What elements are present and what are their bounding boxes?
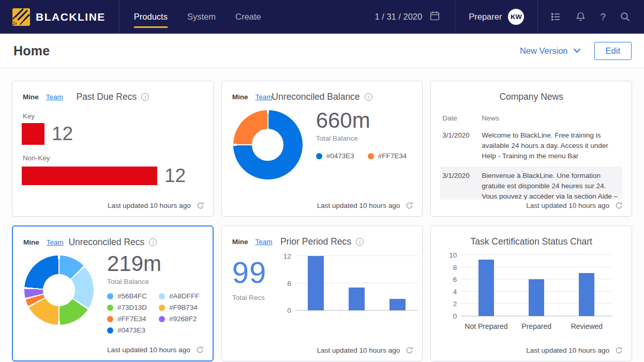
blackline-logo-icon xyxy=(12,8,30,26)
news-table-header: Date News xyxy=(440,111,622,127)
mine-team-toggle: Mine Team xyxy=(232,93,273,101)
bar xyxy=(308,256,324,310)
card-task-certification[interactable]: Task Certification Status Chart 1086420 … xyxy=(430,225,632,361)
brand-name: BLACKLINE xyxy=(36,11,106,23)
x-category-label: Not Prepared xyxy=(461,322,511,330)
card-company-news[interactable]: Company News Date News 3/1/2020 Welcome … xyxy=(430,81,632,217)
main-nav: Products System Create xyxy=(134,8,261,26)
info-icon[interactable]: i xyxy=(149,238,157,246)
team-toggle[interactable]: Team xyxy=(46,93,63,101)
mine-toggle[interactable]: Mine xyxy=(232,238,248,246)
refresh-icon[interactable] xyxy=(196,346,204,354)
nonkey-label: Non-Key xyxy=(23,154,204,162)
key-label: Key xyxy=(23,112,204,120)
legend-dot xyxy=(107,293,113,299)
col-news: News xyxy=(482,114,620,122)
info-icon[interactable]: i xyxy=(356,238,364,246)
key-bar xyxy=(22,123,44,145)
last-updated-text: Last updated 10 hours ago xyxy=(317,202,400,209)
legend-dot xyxy=(107,327,113,334)
card-header: Mine Team Unreconciled Recs i xyxy=(22,237,203,250)
mine-toggle[interactable]: Mine xyxy=(23,238,39,246)
page-title: Home xyxy=(13,43,50,58)
card-title: Past Due Recs xyxy=(76,92,137,102)
card-header: Company News xyxy=(440,92,622,105)
calendar-icon[interactable] xyxy=(429,10,440,23)
y-tick-label: 0 xyxy=(443,312,457,320)
period-date: 1 / 31 / 2020 xyxy=(375,12,422,22)
donut-legend: #0473E3#FF7E34 xyxy=(316,152,407,160)
team-toggle[interactable]: Team xyxy=(255,238,272,246)
card-header: Mine Team Past Due Recs i xyxy=(22,92,204,105)
legend-dot xyxy=(107,316,113,322)
y-tick-label: 12 xyxy=(278,252,291,260)
bars xyxy=(295,256,418,310)
news-text: Welcome to BlackLine. Free training is a… xyxy=(482,130,620,161)
refresh-icon[interactable] xyxy=(615,202,623,209)
prior-period-bar-chart: 1260 xyxy=(295,256,418,311)
help-icon[interactable]: ? xyxy=(600,11,606,23)
total-recs-value: 99 xyxy=(232,255,267,290)
y-tick-label: 0 xyxy=(278,307,291,314)
news-date: 3/1/2020 xyxy=(442,130,482,161)
refresh-icon[interactable] xyxy=(197,202,204,209)
info-icon[interactable]: i xyxy=(365,93,372,101)
news-table: Date News 3/1/2020 Welcome to BlackLine.… xyxy=(440,111,622,200)
team-toggle[interactable]: Team xyxy=(47,238,64,246)
nav-products[interactable]: Products xyxy=(134,8,168,26)
info-icon[interactable]: i xyxy=(141,93,149,101)
nav-create[interactable]: Create xyxy=(235,8,261,26)
card-header: Mine Team Unreconciled Balance i xyxy=(231,92,413,105)
search-icon[interactable] xyxy=(620,11,631,22)
last-updated-text: Last updated 10 hours ago xyxy=(108,202,191,209)
blackline-logo[interactable]: BLACKLINE xyxy=(0,0,119,34)
user-menu[interactable]: Preparer KW xyxy=(455,0,537,34)
user-role-label: Preparer xyxy=(469,12,502,22)
last-updated-text: Last updated 10 hours ago xyxy=(317,346,400,354)
task-list-icon[interactable] xyxy=(550,11,561,22)
divider xyxy=(119,0,119,34)
legend-item: #0473E3 xyxy=(107,326,157,334)
news-row: 3/1/2020 Bienvenue à BlackLine. Une form… xyxy=(440,167,622,200)
team-toggle[interactable]: Team xyxy=(255,93,272,101)
plot-area: 1086420 xyxy=(461,255,612,316)
mine-toggle[interactable]: Mine xyxy=(23,93,39,101)
bar xyxy=(529,279,544,316)
unreconciled-balance-donut-chart xyxy=(233,110,303,179)
nav-system[interactable]: System xyxy=(187,8,216,26)
new-version-label: New Version xyxy=(520,46,568,56)
notifications-bell-icon[interactable] xyxy=(575,11,586,22)
legend-dot xyxy=(159,293,165,299)
card-unreconciled-recs[interactable]: Mine Team Unreconciled Recs i 219m Total… xyxy=(12,225,214,361)
card-unreconciled-balance[interactable]: Mine Team Unreconciled Balance i 660m To… xyxy=(221,81,423,217)
edit-button[interactable]: Edit xyxy=(594,42,632,60)
topbar-right: 1 / 31 / 2020 Preparer KW xyxy=(360,0,644,34)
mine-toggle[interactable]: Mine xyxy=(232,93,248,101)
dashboard-grid: Mine Team Past Due Recs i Key 12 Non-Key… xyxy=(0,68,644,362)
card-header: Task Certification Status Chart xyxy=(440,236,622,250)
nonkey-value: 12 xyxy=(164,165,186,187)
bar xyxy=(349,288,365,310)
total-balance-value: 660m xyxy=(316,108,407,133)
refresh-icon[interactable] xyxy=(406,346,413,354)
last-updated-text: Last updated 10 hours ago xyxy=(526,346,609,354)
period-date-picker[interactable]: 1 / 31 / 2020 xyxy=(360,10,455,23)
page-header: Home New Version Edit xyxy=(0,34,644,68)
refresh-icon[interactable] xyxy=(615,346,623,354)
legend-dot xyxy=(107,305,113,311)
legend-item: #56B4FC xyxy=(107,292,157,300)
mine-team-toggle: Mine Team xyxy=(23,238,64,246)
new-version-dropdown[interactable]: New Version xyxy=(520,46,581,56)
top-navigation-bar: BLACKLINE Products System Create 1 / 31 … xyxy=(0,0,644,34)
total-recs-label: Total Recs xyxy=(232,294,267,301)
legend-item: #F9B734 xyxy=(159,304,200,311)
card-prior-period-recs[interactable]: Mine Team Prior Period Recs i 99 Total R… xyxy=(221,225,423,361)
nonkey-bar xyxy=(22,167,157,185)
news-row: 3/1/2020 Welcome to BlackLine. Free trai… xyxy=(440,127,622,167)
total-balance-label: Total Balance xyxy=(107,278,200,285)
legend-item: #0473E3 xyxy=(316,152,354,160)
card-past-due-recs[interactable]: Mine Team Past Due Recs i Key 12 Non-Key… xyxy=(12,81,214,217)
refresh-icon[interactable] xyxy=(406,202,413,209)
avatar[interactable]: KW xyxy=(508,9,524,25)
card-header: Mine Team Prior Period Recs i xyxy=(231,236,413,250)
